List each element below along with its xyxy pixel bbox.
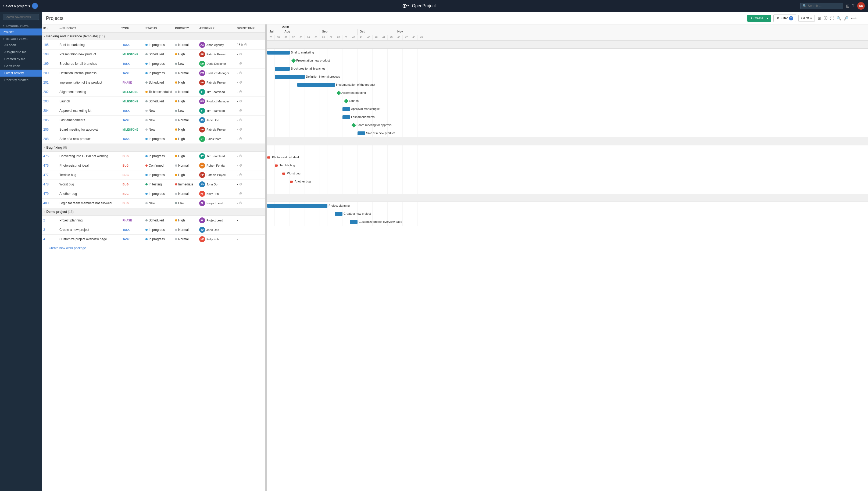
row-id[interactable]: 3 bbox=[42, 226, 58, 233]
sidebar-item-created-by-me[interactable]: Created by me bbox=[0, 56, 42, 63]
fit-button[interactable]: ⟺ bbox=[850, 15, 857, 21]
status-text: In progress bbox=[149, 71, 165, 75]
gantt-bar[interactable] bbox=[343, 115, 350, 119]
gantt-bar[interactable] bbox=[267, 156, 270, 158]
sidebar-item-latest-activity[interactable]: Latest activity bbox=[0, 69, 42, 77]
global-search-box[interactable]: 🔍 bbox=[800, 3, 843, 9]
gantt-bar[interactable] bbox=[357, 132, 365, 135]
clock-icon[interactable]: ⏱ bbox=[239, 71, 242, 75]
clock-icon[interactable]: ⏱ bbox=[239, 62, 242, 65]
row-id[interactable]: 199 bbox=[42, 60, 58, 67]
gantt-bar[interactable] bbox=[267, 51, 290, 55]
clock-icon[interactable]: ⏱ bbox=[239, 99, 242, 103]
row-id[interactable]: 478 bbox=[42, 181, 58, 188]
row-id[interactable]: 2 bbox=[42, 217, 58, 224]
group-header-banking[interactable]: ▪ Banking and insurance [template] (11) bbox=[42, 32, 265, 40]
gantt-bar-label: Photoresist not ideal bbox=[272, 155, 299, 159]
gantt-group-row bbox=[267, 137, 868, 145]
row-id[interactable]: 205 bbox=[42, 117, 58, 124]
spent-time-value: - bbox=[237, 71, 238, 75]
global-search-input[interactable] bbox=[808, 4, 840, 8]
clock-icon[interactable]: ⏱ bbox=[239, 164, 242, 167]
sidebar-item-all-open[interactable]: All open bbox=[0, 42, 42, 49]
add-project-button[interactable]: + bbox=[32, 3, 38, 9]
clock-icon[interactable]: ⏱ bbox=[239, 118, 242, 122]
gantt-bar[interactable] bbox=[350, 220, 357, 224]
clock-icon[interactable]: ⏱ bbox=[244, 43, 247, 47]
clock-icon[interactable]: ⏱ bbox=[239, 182, 242, 186]
gantt-bar[interactable] bbox=[282, 173, 285, 175]
gantt-bar[interactable] bbox=[343, 107, 350, 111]
row-subject: Sale of a new product bbox=[58, 136, 120, 142]
row-id[interactable]: 206 bbox=[42, 126, 58, 133]
row-id[interactable]: 195 bbox=[42, 41, 58, 48]
row-id[interactable]: 476 bbox=[42, 162, 58, 169]
row-id[interactable]: 202 bbox=[42, 88, 58, 95]
sidebar-search[interactable] bbox=[0, 12, 42, 22]
project-select-button[interactable]: Select a project ▾ bbox=[3, 4, 30, 8]
saved-views-search-input[interactable] bbox=[3, 14, 39, 20]
group-header-bugfixing[interactable]: ▪ Bug fixing (6) bbox=[42, 144, 265, 151]
spent-time-value: - bbox=[237, 128, 238, 132]
gantt-data-row bbox=[267, 145, 868, 153]
project-select-label: Select a project bbox=[3, 4, 27, 8]
avatar[interactable]: AD bbox=[857, 2, 865, 10]
sidebar-item-assigned-to-me[interactable]: Assigned to me bbox=[0, 49, 42, 56]
clock-icon[interactable]: ⏱ bbox=[239, 109, 242, 113]
more-button[interactable]: ⋮ bbox=[858, 15, 864, 21]
th-id[interactable]: ID ↑ bbox=[42, 25, 58, 32]
create-button[interactable]: + Create ▾ bbox=[747, 15, 771, 22]
gantt-view-button[interactable]: Gantt ▾ bbox=[799, 15, 815, 22]
gantt-bar[interactable] bbox=[297, 83, 335, 87]
grid-icon[interactable]: ⊞ bbox=[846, 3, 849, 9]
gantt-bg-lines bbox=[267, 49, 868, 57]
row-id[interactable]: 201 bbox=[42, 79, 58, 86]
gantt-label: Gantt bbox=[801, 17, 809, 20]
fullscreen-button[interactable]: ⛶ bbox=[829, 15, 835, 21]
row-id[interactable]: 200 bbox=[42, 69, 58, 77]
sidebar-item-gantt-chart[interactable]: Gantt chart bbox=[0, 63, 42, 69]
th-subject[interactable]: ⇔ SUBJECT bbox=[58, 25, 120, 32]
row-id[interactable]: 475 bbox=[42, 153, 58, 160]
create-new-work-package[interactable]: + Create new work package bbox=[42, 244, 265, 252]
gantt-bar-label: Customize project overview page bbox=[358, 220, 402, 223]
clock-icon[interactable]: ⏱ bbox=[239, 154, 242, 158]
row-id[interactable]: 480 bbox=[42, 200, 58, 207]
zoom-in-button[interactable]: 🔎 bbox=[843, 15, 849, 21]
gantt-bar[interactable] bbox=[267, 204, 327, 208]
gantt-bar[interactable] bbox=[275, 75, 305, 79]
clock-icon[interactable]: ⏱ bbox=[239, 173, 242, 177]
info-button[interactable]: ⓘ bbox=[823, 15, 828, 22]
clock-icon[interactable]: ⏱ bbox=[239, 128, 242, 132]
clock-icon[interactable]: ⏱ bbox=[239, 201, 242, 205]
clock-icon[interactable]: ⏱ bbox=[239, 52, 242, 56]
help-icon[interactable]: ? bbox=[852, 3, 855, 8]
create-dropdown-arrow[interactable]: ▾ bbox=[765, 17, 768, 20]
row-id[interactable]: 208 bbox=[42, 136, 58, 142]
th-assignee[interactable]: ASSIGNEE bbox=[198, 25, 235, 32]
row-id[interactable]: 204 bbox=[42, 107, 58, 114]
th-type[interactable]: TYPE bbox=[120, 25, 144, 32]
sidebar-item-projects[interactable]: Projects bbox=[0, 28, 42, 35]
th-status[interactable]: STATUS bbox=[144, 25, 173, 32]
zoom-out-button[interactable]: 🔍 bbox=[836, 15, 842, 21]
columns-button[interactable]: ⊞ bbox=[817, 15, 822, 21]
clock-icon[interactable]: ⏱ bbox=[239, 192, 242, 196]
gantt-bar[interactable] bbox=[275, 67, 290, 71]
row-id[interactable]: 477 bbox=[42, 171, 58, 178]
clock-icon[interactable]: ⏱ bbox=[239, 81, 242, 84]
gantt-bar[interactable] bbox=[335, 212, 343, 216]
sidebar-item-recently-created[interactable]: Recently created bbox=[0, 77, 42, 84]
filter-button[interactable]: ▼ Filter 2 bbox=[773, 15, 796, 22]
clock-icon[interactable]: ⏱ bbox=[239, 90, 242, 94]
th-priority[interactable]: PRIORITY bbox=[173, 25, 198, 32]
clock-icon[interactable]: ⏱ bbox=[239, 137, 242, 141]
group-header-demo[interactable]: ▪ Demo project (16) bbox=[42, 208, 265, 216]
row-id[interactable]: 198 bbox=[42, 51, 58, 58]
gantt-bar[interactable] bbox=[275, 165, 278, 167]
row-id[interactable]: 203 bbox=[42, 98, 58, 105]
row-id[interactable]: 4 bbox=[42, 236, 58, 243]
gantt-bar[interactable] bbox=[290, 181, 293, 183]
th-spent[interactable]: SPENT TIME bbox=[235, 25, 262, 32]
row-id[interactable]: 479 bbox=[42, 190, 58, 197]
